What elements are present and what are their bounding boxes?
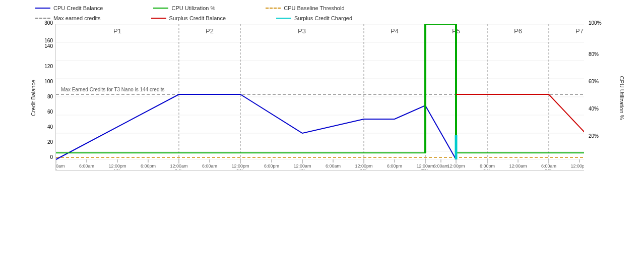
legend-line-charged (276, 18, 291, 19)
svg-text:12:00am: 12:00am (293, 163, 311, 169)
legend-label-cpu-util: CPU Utilization % (171, 5, 215, 11)
y-right-20: 20% (589, 133, 599, 139)
svg-text:0h: 0h (55, 169, 59, 171)
legend-cpu-baseline: CPU Baseline Threshold (266, 5, 344, 11)
legend-surplus-balance: Surplus Credit Balance (151, 15, 226, 21)
svg-text:96h: 96h (545, 169, 553, 171)
svg-text:12h: 12h (113, 169, 122, 171)
svg-text:6:00pm: 6:00pm (387, 163, 402, 169)
svg-text:12:00am: 12:00am (509, 163, 527, 169)
svg-text:12:00pm: 12:00pm (108, 163, 126, 169)
svg-text:6:00am: 6:00am (202, 163, 217, 169)
svg-text:12:00pm: 12:00pm (355, 163, 372, 169)
main-chart-svg: P1 P2 P3 P4 P5 P6 P7 Max Earned Credits … (55, 24, 584, 171)
legend-cpu-utilization: CPU Utilization % (153, 5, 215, 11)
y-right-100: 100% (589, 20, 602, 26)
legend-label-max: Max earned credits (53, 15, 101, 21)
y-tick-0: 0 (30, 154, 55, 160)
y-tick-40: 40 (30, 124, 55, 130)
period-p7: P7 (575, 27, 584, 35)
y-tick-20: 20 (30, 139, 55, 145)
svg-text:6:00am: 6:00am (79, 163, 94, 169)
y-axis-left-label: Credit Balance (30, 80, 36, 116)
period-p6: P6 (514, 27, 522, 35)
svg-text:24h: 24h (175, 169, 183, 171)
svg-text:12:00am: 12:00am (416, 163, 434, 169)
svg-text:6:00am: 6:00am (433, 163, 448, 169)
y-axis-right-label: CPU Utilization % (619, 76, 625, 120)
svg-text:84h: 84h (483, 169, 492, 171)
y-tick-120: 120 (30, 64, 55, 69)
period-p4: P4 (391, 27, 399, 35)
y-right-40: 40% (589, 106, 599, 112)
period-p3: P3 (298, 27, 306, 35)
svg-text:72h: 72h (421, 169, 430, 171)
legend-label-surplus: Surplus Credit Balance (169, 15, 226, 21)
legend-surplus-charged: Surplus Credit Charged (276, 15, 352, 21)
y-axis-left: 300 160 140 120 100 80 60 40 20 0 Credit… (30, 24, 55, 171)
legend-label-cpu-credit: CPU Credit Balance (53, 5, 103, 11)
svg-text:48h: 48h (298, 169, 307, 171)
y-right-80: 80% (589, 51, 599, 57)
y-tick-140: 140 (30, 43, 55, 49)
svg-text:36h: 36h (236, 169, 245, 171)
period-p2: P2 (206, 27, 214, 35)
svg-text:6:00pm: 6:00pm (264, 163, 279, 169)
svg-text:12:00pm: 12:00pm (570, 163, 584, 169)
legend-row2: Max earned credits Surplus Credit Balanc… (30, 15, 614, 21)
svg-text:6:00am: 6:00am (541, 163, 556, 169)
legend-line-surplus (151, 18, 166, 19)
period-p1: P1 (113, 27, 121, 35)
surplus-balance-line (456, 94, 584, 159)
svg-text:6:00am: 6:00am (326, 163, 341, 169)
chart-wrapper: 300 160 140 120 100 80 60 40 20 0 Credit… (30, 24, 614, 171)
legend-line-max (35, 18, 50, 19)
legend-line-baseline (266, 8, 281, 9)
svg-text:6:00pm: 6:00pm (141, 163, 156, 169)
cpu-credit-line (56, 94, 456, 159)
y-tick-160: 160 (30, 38, 55, 43)
svg-text:12:00am: 12:00am (170, 163, 187, 169)
legend-label-baseline: CPU Baseline Threshold (284, 5, 344, 11)
y-axis-right: 100% 80% 60% 40% 20% CPU Utilization % (586, 24, 614, 171)
svg-text:6:00pm: 6:00pm (480, 163, 495, 169)
svg-text:12:00am: 12:00am (55, 163, 65, 169)
svg-text:60h: 60h (360, 169, 368, 171)
svg-text:12:00pm: 12:00pm (231, 163, 249, 169)
y-right-60: 60% (589, 79, 599, 84)
svg-text:12:00pm: 12:00pm (447, 163, 465, 169)
legend-label-charged: Surplus Credit Charged (294, 15, 352, 21)
max-credits-annotation: Max Earned Credits for T3 Nano is 144 cr… (61, 87, 164, 92)
legend: CPU Credit Balance CPU Utilization % CPU… (30, 5, 614, 11)
y-tick-300: 300 (30, 20, 55, 26)
legend-cpu-credit-balance: CPU Credit Balance (35, 5, 103, 11)
chart-container: CPU Credit Balance CPU Utilization % CPU… (0, 0, 644, 273)
legend-line-cpu-credit (35, 8, 50, 9)
legend-line-cpu-util (153, 8, 168, 9)
